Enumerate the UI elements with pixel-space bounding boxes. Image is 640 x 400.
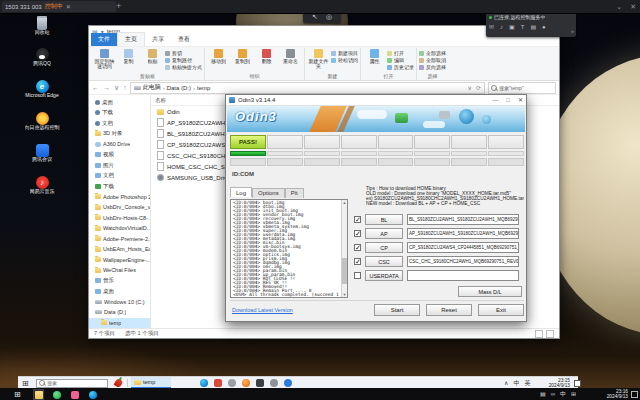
explorer-menu-tab[interactable]: 文件 <box>91 33 117 46</box>
nav-tree-item[interactable]: Windows 10 (C:) <box>89 297 150 308</box>
window-control-icon[interactable]: ✕ <box>518 95 523 106</box>
window-control-icon[interactable]: ⌄ <box>616 1 622 12</box>
action-button[interactable]: Reset <box>426 304 472 316</box>
explorer-menu-tab[interactable]: 主页 <box>117 32 145 46</box>
file-slot-button[interactable]: USERDATA <box>365 270 403 281</box>
file-checkbox[interactable] <box>354 244 361 251</box>
pepper-app-icon[interactable] <box>113 378 123 388</box>
taskbar-search[interactable] <box>36 379 108 388</box>
nav-arrow-icon[interactable]: ∨ <box>114 84 119 92</box>
mass-dl-button[interactable]: Mass D/L <box>458 286 522 297</box>
nav-tree-item[interactable]: 音乐 <box>89 276 150 287</box>
start-button[interactable]: ⊞ <box>22 379 29 388</box>
nav-arrow-icon[interactable]: → <box>103 84 110 92</box>
odin-tab[interactable]: Pit <box>285 188 304 198</box>
nav-arrow-icon[interactable]: ↑ <box>123 84 127 92</box>
assist-tool-icon[interactable]: ✉ <box>489 23 494 30</box>
desktop-icon[interactable]: 向日葵远程控制 <box>16 112 68 143</box>
taskbar-clock[interactable]: 23:15 2024/9/13 <box>532 378 570 389</box>
more-icon[interactable]: » <box>571 28 574 34</box>
ribbon-button-small[interactable]: 新建项目 <box>331 50 358 56</box>
ribbon-button-small[interactable]: 反向选择 <box>419 64 446 70</box>
nav-tree-item[interactable]: 文档 <box>89 171 150 182</box>
desktop-icon[interactable]: ♪ 网易云音乐 <box>16 176 68 207</box>
nav-tree-item[interactable]: Data (D:) <box>89 307 150 318</box>
taskbar-app-icon[interactable] <box>214 379 222 387</box>
nav-tree-item[interactable]: 下载 <box>89 108 150 119</box>
list-view-icon[interactable] <box>535 330 543 338</box>
file-slot-button[interactable]: CP <box>365 242 403 253</box>
tray-icon[interactable]: 中 <box>560 390 566 398</box>
scrollbar-thumb[interactable] <box>342 258 347 284</box>
taskbar-search-input[interactable] <box>47 380 105 386</box>
file-path-field[interactable]: CP_S9180ZCU2AWS4_CP24445851_MQB69290751_… <box>407 242 519 253</box>
explorer-menu-tab[interactable]: 查看 <box>171 33 197 46</box>
tray-icon[interactable]: 英 <box>524 379 530 387</box>
nav-tree-item[interactable]: 3D 对象 <box>89 129 150 140</box>
nav-tree-item[interactable]: 视频 <box>89 150 150 161</box>
taskbar-app-icon[interactable] <box>228 379 236 387</box>
assist-tool-icon[interactable]: ▣ <box>509 23 515 30</box>
ribbon-button[interactable]: 复制到 <box>231 48 254 73</box>
nav-tree-item[interactable]: temp <box>89 318 150 329</box>
window-control-icon[interactable]: ✕ <box>630 1 636 12</box>
desktop-icon[interactable]: 腾讯QQ <box>16 48 68 79</box>
ribbon-button-small[interactable]: 历史记录 <box>387 64 414 70</box>
taskbar-app-icon[interactable] <box>270 379 278 387</box>
download-latest-link[interactable]: Download Latest Version <box>232 307 293 313</box>
file-checkbox[interactable] <box>354 272 361 279</box>
ribbon-button-small[interactable]: 打开 <box>387 50 414 56</box>
assist-tool-icon[interactable]: ♪ <box>500 24 503 30</box>
taskbar-app[interactable] <box>52 390 61 399</box>
explorer-menu-tab[interactable]: 共享 <box>145 33 171 46</box>
window-control-icon[interactable]: — <box>492 95 498 106</box>
nav-tree-item[interactable]: WallpaperEngine-... <box>89 255 150 266</box>
taskbar-app-icon[interactable] <box>200 379 208 387</box>
thumbnail-view-icon[interactable] <box>546 330 554 338</box>
file-path-field[interactable]: BL_S9180ZCU2AWH1_S9180ZCU2AWH1_MQB692907… <box>407 214 519 225</box>
file-slot-button[interactable]: CSC <box>365 256 403 267</box>
file-slot-button[interactable]: AP <box>365 228 403 239</box>
breadcrumb-segment[interactable]: 此电脑 <box>143 83 161 92</box>
remote-assist-toolbar[interactable]: 已连接,远程控制服务中 ✉♪▣T▤● » <box>486 12 576 37</box>
ribbon-button-small[interactable]: 全部取消 <box>419 57 446 63</box>
nav-tree-item[interactable]: UsbDrv-Hosts-C8-... <box>89 213 150 224</box>
tab-close-icon[interactable]: ✕ <box>66 3 71 10</box>
session-tab[interactable]: 1503 331 003 控制中 ✕ <box>2 1 116 12</box>
odin-tab[interactable]: Log <box>230 187 252 197</box>
ribbon-button[interactable]: 删除 <box>255 48 278 73</box>
nav-tree-item[interactable]: A360 Drive <box>89 139 150 150</box>
desktop-icon[interactable]: e Microsoft Edge <box>16 80 68 111</box>
start-button[interactable]: ⊞ <box>14 390 21 399</box>
ribbon-button[interactable]: 复制 <box>117 48 140 73</box>
breadcrumb-segment[interactable]: Data (D:) <box>167 85 191 91</box>
desktop-icon[interactable]: 回收站 <box>16 16 68 47</box>
log-scrollbar[interactable]: ▲ ▼ <box>341 200 347 297</box>
nav-tree-item[interactable]: 桌面 <box>89 286 150 297</box>
scroll-down-icon[interactable]: ▼ <box>342 292 347 297</box>
ribbon-button-small[interactable]: 编辑 <box>387 57 414 63</box>
address-dropdown-icon[interactable]: ∨ <box>468 84 472 91</box>
file-path-field[interactable] <box>407 270 519 281</box>
ribbon-button-small[interactable]: 全部选择 <box>419 50 446 56</box>
tray-icon[interactable]: ▤ <box>540 390 546 398</box>
nav-tree-item[interactable]: 文档 <box>89 118 150 129</box>
ribbon-button[interactable]: 新建文件夹 <box>307 48 330 73</box>
breadcrumb[interactable]: 此电脑› Data (D:)› temp ∨⟳ <box>130 82 485 94</box>
window-control-icon[interactable]: □ <box>506 95 510 106</box>
ribbon-button-small[interactable]: 剪切 <box>165 50 202 56</box>
search-input[interactable] <box>499 85 553 91</box>
explorer-search-box[interactable] <box>488 82 556 94</box>
nav-arrow-icon[interactable]: ← <box>92 84 99 92</box>
ribbon-button[interactable]: 属性 <box>363 48 386 73</box>
nav-tree-item[interactable]: WatchdoxVirtualD... <box>89 223 150 234</box>
file-checkbox[interactable] <box>354 216 361 223</box>
odin-titlebar[interactable]: Odin3 v3.14.4 —□✕ <box>226 95 526 106</box>
nav-tree-item[interactable]: UsbEAm_Hosts_Edi... <box>89 244 150 255</box>
odin-log-panel[interactable]: <ID:0/004> boot.img<ID:0/004> dtbo.img<I… <box>230 199 348 298</box>
refresh-icon[interactable]: ⟳ <box>476 84 481 91</box>
breadcrumb-segment[interactable]: temp <box>197 85 210 91</box>
taskbar-app[interactable] <box>34 390 43 399</box>
action-button[interactable]: Exit <box>478 304 524 316</box>
nav-tree-item[interactable]: UsbDrv_Console_v... <box>89 202 150 213</box>
